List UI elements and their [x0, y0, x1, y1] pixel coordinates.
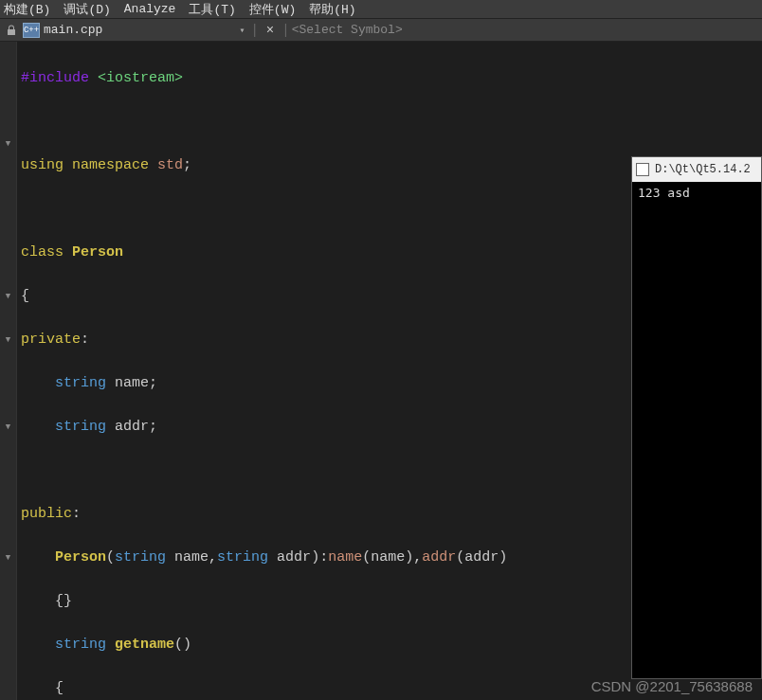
code-token: : [72, 506, 81, 522]
fold-marker-icon[interactable]: ▼ [0, 285, 16, 307]
menu-tools[interactable]: 工具(T) [189, 1, 235, 18]
fold-marker-icon[interactable]: ▼ [0, 329, 16, 350]
code-token: Person [55, 549, 106, 565]
code-token: string [21, 419, 115, 435]
code-token [21, 549, 55, 565]
code-token: () [174, 637, 191, 653]
code-token: using [21, 157, 72, 173]
app-icon [636, 163, 649, 176]
lock-icon [4, 23, 19, 38]
code-token: namespace [72, 157, 157, 173]
code-token: name [174, 549, 209, 565]
menu-help[interactable]: 帮助(H) [309, 1, 355, 18]
watermark: CSDN @2201_75638688 [591, 678, 753, 694]
menu-debug[interactable]: 调试(D) [64, 1, 110, 18]
tab-bar: C++ main.cpp ▾ | × | <Select Symbol> [0, 19, 762, 42]
code-token: ( [106, 549, 115, 565]
console-window: D:\Qt\Qt5.14.2 123 asd [631, 156, 762, 679]
console-titlebar[interactable]: D:\Qt\Qt5.14.2 [632, 157, 761, 182]
separator: | [250, 23, 258, 38]
menu-widgets[interactable]: 控件(W) [249, 1, 296, 18]
menu-analyze[interactable]: Analyze [124, 2, 176, 16]
menu-build[interactable]: 构建(B) [4, 1, 50, 18]
code-token: ) [499, 549, 507, 565]
code-token: string [21, 637, 115, 653]
separator: | [281, 23, 289, 38]
code-token: string [115, 549, 174, 565]
code-token: private [21, 332, 81, 348]
code-token: std [157, 157, 183, 173]
code-token: : [81, 332, 89, 348]
code-token: addr [115, 419, 149, 435]
console-output: 123 asd [632, 182, 761, 678]
dropdown-arrow-icon[interactable]: ▾ [239, 25, 245, 36]
code-token: ), [405, 549, 422, 565]
code-token: ( [362, 549, 371, 565]
fold-gutter: ▼ ▼ ▼ ▼ ▼ [0, 42, 17, 700]
code-token: #include [21, 70, 98, 86]
code-token: addr [277, 549, 311, 565]
console-title-text: D:\Qt\Qt5.14.2 [655, 163, 751, 176]
code-token: { [21, 288, 29, 304]
fold-marker-icon[interactable]: ▼ [0, 416, 16, 438]
code-token: <iostream> [98, 70, 183, 86]
code-token: ; [183, 157, 191, 173]
code-token: {} [21, 593, 72, 609]
code-token: Person [72, 244, 123, 260]
fold-marker-icon[interactable]: ▼ [0, 133, 16, 154]
code-token: , [209, 549, 217, 565]
code-token: string [217, 549, 277, 565]
close-icon[interactable]: × [266, 23, 274, 38]
console-output-text: 123 asd [638, 186, 690, 200]
code-token: ): [311, 549, 328, 565]
code-token: name [328, 549, 362, 565]
tab-filename[interactable]: main.cpp [44, 23, 102, 37]
code-token: getname [115, 637, 174, 653]
fold-marker-icon[interactable]: ▼ [0, 547, 16, 568]
menu-bar: 构建(B) 调试(D) Analyze 工具(T) 控件(W) 帮助(H) [0, 0, 762, 19]
code-token: ; [149, 375, 157, 391]
code-token: ; [149, 419, 157, 435]
code-token: ( [456, 549, 464, 565]
code-token: string [21, 375, 115, 391]
code-token: name [115, 375, 149, 391]
code-token: public [21, 506, 72, 522]
symbol-selector[interactable]: <Select Symbol> [292, 23, 403, 37]
code-token: addr [422, 549, 456, 565]
code-token: addr [464, 549, 499, 565]
code-token: class [21, 244, 72, 260]
code-token: name [371, 549, 405, 565]
code-token: { [21, 680, 64, 696]
cpp-file-icon: C++ [23, 23, 40, 38]
